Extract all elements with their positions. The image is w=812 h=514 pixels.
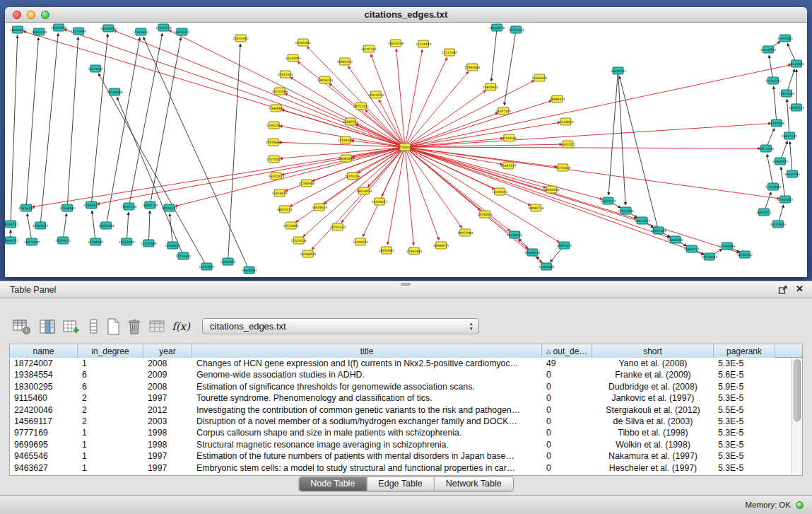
panel-splitter-grip[interactable] [401, 283, 411, 286]
graph-node[interactable]: 18460201 [507, 231, 523, 238]
graph-node[interactable]: 18985734 [528, 204, 544, 211]
graph-node[interactable]: 12108620 [558, 118, 574, 125]
graph-node[interactable]: 20826304 [18, 204, 35, 211]
graph-node[interactable]: 12865021 [83, 201, 100, 209]
graph-node[interactable]: 17684498 [268, 105, 284, 112]
graph-node[interactable]: 19014953 [356, 187, 372, 194]
graph-node[interactable]: 12475512 [266, 156, 282, 163]
graph-node[interactable]: 17024530 [291, 237, 307, 244]
graph-node[interactable]: 12091263 [266, 122, 282, 129]
graph-node[interactable]: 20442104 [142, 201, 158, 209]
graph-node[interactable]: 18384035 [88, 238, 104, 245]
graph-node[interactable]: 17579608 [265, 139, 281, 146]
column-header-in_degree[interactable]: in_degree [78, 344, 143, 358]
graph-node[interactable]: 12021689 [141, 240, 157, 247]
graph-node[interactable]: 17912046 [618, 207, 634, 214]
scrollbar-thumb[interactable] [794, 359, 801, 421]
table-row[interactable]: 946362711997Embryonic stem cells: a mode… [10, 462, 792, 474]
graph-node[interactable]: 15316675 [271, 189, 288, 197]
graph-node[interactable]: 10441572 [560, 141, 576, 148]
graph-node[interactable]: 16143004 [286, 54, 302, 62]
graph-node[interactable]: 20531942 [233, 35, 249, 42]
graph-node[interactable]: 18673211 [277, 206, 293, 213]
float-panel-icon[interactable] [778, 285, 788, 295]
graph-node[interactable]: 16648794 [760, 46, 777, 53]
graph-node[interactable]: 18303022 [372, 198, 388, 205]
tab-edge-table[interactable]: Edge Table [366, 477, 433, 491]
graph-node[interactable]: 17891302 [556, 242, 572, 249]
column-header-pagerank[interactable]: pagerank [714, 344, 775, 358]
graph-node[interactable]: 18950364 [98, 222, 114, 229]
graph-node[interactable]: 12412004 [278, 71, 294, 78]
graph-node[interactable]: 19948375 [549, 95, 565, 103]
graph-node[interactable]: 12204670 [353, 238, 369, 245]
graph-node[interactable]: 19245012 [737, 251, 753, 258]
network-table-selector[interactable]: citations_edges.txt ▲▼ [202, 318, 479, 334]
graph-node[interactable]: 19204653 [770, 221, 787, 228]
tab-network-table[interactable]: Network Table [434, 477, 513, 491]
graph-node[interactable]: 19025136 [121, 203, 137, 210]
column-header-name[interactable]: name [10, 344, 78, 358]
graph-node[interactable]: 18133046 [789, 60, 805, 67]
column-header-title[interactable]: title [192, 344, 542, 358]
graph-node[interactable]: 17821046 [779, 90, 795, 97]
graph-node[interactable]: 19860184 [31, 28, 47, 35]
import-table-icon[interactable] [146, 317, 167, 337]
close-panel-icon[interactable]: ✕ [796, 284, 804, 294]
graph-node[interactable]: 16648784 [610, 67, 626, 74]
graph-node[interactable]: 11544091 [477, 211, 493, 218]
graph-node[interactable]: 18305435 [295, 39, 312, 46]
graph-node[interactable]: 19565021 [33, 222, 49, 229]
graph-node[interactable]: 10996975 [433, 242, 449, 249]
graph-node[interactable]: 12704568 [765, 183, 782, 190]
graph-node[interactable]: 17731443 [330, 223, 346, 230]
graph-node[interactable]: 15492493 [406, 247, 423, 255]
graph-node[interactable]: 17485083 [464, 64, 481, 71]
graph-node[interactable]: 16679215 [600, 197, 616, 204]
graph-node[interactable]: 17405314 [777, 196, 794, 203]
graph-node[interactable]: 16958428 [300, 250, 317, 257]
graph-node[interactable]: 20160098 [107, 88, 123, 95]
graph-node[interactable]: 19331684 [650, 227, 666, 234]
graph-node[interactable]: 18460325 [772, 158, 789, 165]
graph-node[interactable]: 18813402 [10, 26, 26, 33]
graph-node[interactable]: 12610651 [133, 28, 149, 35]
graph-node[interactable]: 12740968 [769, 119, 785, 127]
graph-node[interactable]: 16852149 [782, 132, 798, 139]
graph-node[interactable]: 19565300 [119, 238, 135, 245]
graph-node[interactable]: 16201261 [361, 45, 377, 52]
graph-node[interactable]: 18163030 [489, 24, 505, 31]
graph-node[interactable]: 17024529 [368, 91, 384, 98]
graph-node[interactable]: 19896751 [5, 237, 18, 244]
table-row[interactable]: 1456911722003Disruption of a novel membe… [10, 416, 792, 427]
graph-node[interactable]: 11250905 [71, 28, 87, 35]
graph-node[interactable]: 16506421 [165, 242, 181, 249]
table-row[interactable]: 1872400712008Changes of HCN gene express… [10, 358, 792, 369]
graph-node[interactable]: 16047437 [500, 162, 517, 169]
table-mode-icon[interactable] [11, 317, 33, 337]
table-row[interactable]: 969969511998Structural magnetic resonanc… [10, 439, 792, 450]
add-column-icon[interactable] [61, 317, 82, 337]
graph-node[interactable]: 20531641 [88, 65, 104, 72]
graph-node[interactable]: 14521630 [758, 145, 775, 152]
table-row[interactable]: 1938455462009Genome-wide association stu… [10, 369, 792, 380]
graph-node[interactable]: 16503821 [199, 263, 215, 270]
graph-node[interactable]: 12160918 [299, 180, 315, 187]
graph-node[interactable]: 16906301 [531, 74, 548, 81]
graph-node[interactable]: 11254439 [416, 40, 432, 47]
graph-node[interactable]: 17568569 [59, 204, 76, 211]
graph-node[interactable]: 18757105 [495, 107, 512, 115]
graph-node[interactable]: 19957984 [457, 229, 473, 236]
graph-node[interactable]: 16815322 [174, 28, 190, 35]
graph-node[interactable]: 16740215 [765, 77, 782, 84]
graph-node[interactable]: 18412057 [634, 217, 650, 224]
table-row[interactable]: 911546021997Tourette syndrome. Phenomeno… [10, 392, 792, 404]
show-rows-icon[interactable] [83, 317, 105, 337]
table-row[interactable]: 977716911998Corpus callosum shape and si… [10, 427, 792, 438]
graph-node[interactable]: 19020465 [220, 258, 236, 265]
graph-node[interactable]: 17254402 [175, 252, 192, 259]
graph-node[interactable]: 19133695 [283, 222, 300, 229]
graph-node[interactable]: 14751421 [353, 103, 370, 110]
graph-node[interactable]: 15993185 [777, 35, 794, 42]
graph-node[interactable]: 16850021 [756, 209, 772, 216]
